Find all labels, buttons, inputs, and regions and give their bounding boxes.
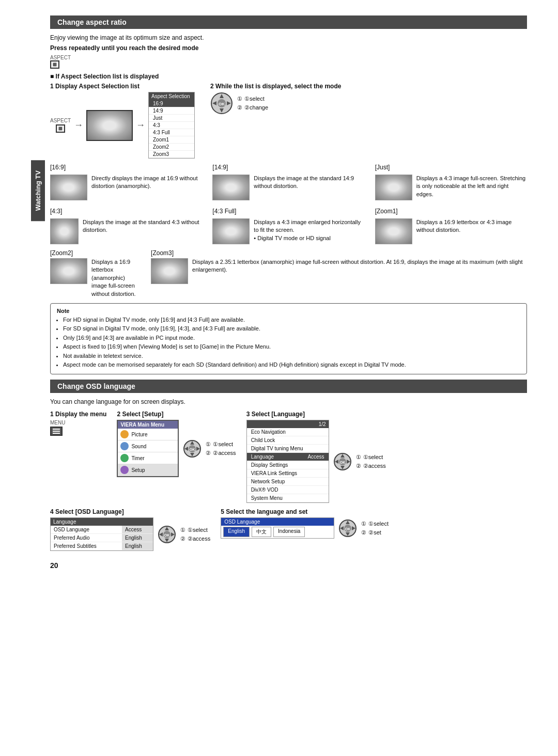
thumb-flower-zoom1 [376, 219, 412, 244]
thumb-flower-43 [51, 219, 78, 244]
osd-lang-table-header: Language [51, 518, 153, 526]
thumb-zoom1 [375, 218, 412, 244]
aspect-btn-label: ASPECT [50, 118, 71, 123]
step2-nav: OK ① ①select ② ②access [183, 439, 236, 458]
osd-step2-label: 2 Select [Setup] [117, 411, 236, 418]
osd-lang-val-2: English [122, 534, 153, 542]
mode-content-43: Displays the image at the standard 4:3 w… [50, 218, 202, 244]
select-label: ① ①select [237, 96, 268, 102]
blacksquare-icon: ■ [50, 73, 56, 80]
circle2-step4: ② [180, 536, 185, 542]
zoom3-header: [Zoom3] [151, 249, 527, 257]
page-wrapper: Watching TV Change aspect ratio Enjoy vi… [31, 15, 527, 570]
osd-lang-label-2: Preferred Audio [51, 534, 122, 542]
step4-nav: OK ① ①select ② ②access [158, 525, 210, 544]
step5-nav: OK ① ①select ② ②set [338, 519, 389, 538]
circle1-step4: ① [180, 527, 185, 533]
mode-item-43full: [4:3 Full] Displays a 4:3 image enlarged… [212, 208, 364, 244]
step3-select: ① ①select [356, 454, 386, 461]
circle1-step3: ① [356, 454, 361, 461]
svg-text:OK: OK [345, 527, 351, 531]
osd-lang-val-1: Access [122, 526, 153, 533]
step2-label: 2 While the list is displayed, select th… [210, 83, 341, 90]
aspect-menu-item-169: 16:9 [149, 100, 194, 107]
step1: 1 Display Aspect Selection list ASPECT ⊞… [50, 83, 195, 159]
lang-item-system: System Menu [247, 494, 329, 502]
osd-lang-select: OSD Language English 中文 Indonesia [221, 517, 334, 539]
osd-lang-label-1: OSD Language [51, 526, 122, 533]
zoom-row: [Zoom2] Displays a 16:9letterbox (anamor… [50, 249, 527, 298]
menu-btn-label: MENU [50, 420, 106, 426]
nav-labels-step5: ① ①select ② ②set [361, 521, 389, 536]
step2: 2 While the list is displayed, select th… [210, 83, 341, 115]
nav-labels-step2: ① ①select ② ②access [206, 441, 236, 456]
menu-icon [50, 427, 63, 436]
mode-header-43full: [4:3 Full] [212, 208, 364, 215]
osd-lang-options-row: English 中文 Indonesia [221, 526, 334, 538]
note-title: Note [57, 308, 520, 314]
osd-step2-content: VIERA Main Menu Picture Sound Timer [117, 420, 236, 477]
section1-intro: Enjoy viewing the image at its optimum s… [50, 34, 527, 41]
svg-rect-8 [53, 429, 60, 430]
osd-step4: 4 Select [OSD Language] Language OSD Lan… [50, 508, 210, 551]
thumb-flower-zoom3 [151, 259, 188, 284]
osd-lang-select-header: OSD Language [221, 518, 334, 526]
ok-button: OK [210, 92, 233, 115]
circle1-icon: ① [237, 96, 242, 102]
mode-content-zoom1: Displays a 16:9 letterbox or 4:3 image w… [375, 218, 527, 244]
viera-item-timer: Timer [118, 452, 178, 464]
svg-rect-10 [53, 433, 60, 434]
mode-header-43: [4:3] [50, 208, 202, 215]
sound-icon [120, 442, 129, 450]
note-item-6: Aspect mode can be memorised separately … [63, 361, 520, 369]
arrow-right-icon: → [74, 120, 83, 131]
timer-icon [120, 454, 129, 462]
circle1-step2: ① [206, 441, 211, 448]
osd-lang-row-3: Preferred Subtitles English [51, 542, 153, 550]
mode-desc-149: Displays the image at the standard 14:9 … [254, 175, 364, 191]
mode-header-149: [14:9] [212, 164, 364, 171]
note-box: Note For HD signal in Digital TV mode, o… [50, 303, 527, 374]
aspect-label: ASPECT [50, 55, 527, 60]
ok-btn-step4: OK [158, 525, 176, 544]
osd-step1-label: 1 Display the menu [50, 411, 106, 418]
step1-label: 1 Display Aspect Selection list [50, 83, 195, 90]
tv-flower-image [87, 111, 132, 140]
note-item-1: For HD signal in Digital TV mode, only [… [63, 316, 520, 324]
lang-item-viera: VIERA Link Settings [247, 469, 329, 478]
section2-header: Change OSD language [50, 380, 527, 393]
note-item-5: Not available in teletext service. [63, 352, 520, 360]
step4-access: ② ②access [180, 536, 210, 542]
osd-step4-content: Language OSD Language Access Preferred A… [50, 517, 210, 551]
note-item-4: Aspect is fixed to [16:9] when [Viewing … [63, 343, 520, 351]
svg-text:OK: OK [219, 102, 225, 106]
aspect-menu-item-zoom2: Zoom2 [149, 144, 194, 151]
step2-access: ② ②access [206, 450, 236, 456]
mode-item-just: [Just] Displays a 4:3 image full-screen.… [375, 164, 527, 200]
note-item-2: For SD signal in Digital TV mode, only [… [63, 325, 520, 333]
section1-header: Change aspect ratio [50, 15, 527, 29]
zoom2-item: [Zoom2] Displays a 16:9letterbox (anamor… [50, 249, 141, 298]
thumb-zoom2 [50, 258, 87, 284]
thumb-flower-43full [213, 219, 249, 244]
mode-content-43full: Displays a 4:3 image enlarged horizontal… [212, 218, 364, 244]
thumb-zoom3 [151, 258, 188, 284]
osd-step2: 2 Select [Setup] VIERA Main Menu Picture… [117, 411, 236, 477]
aspect-menu-item-zoom1: Zoom1 [149, 136, 194, 144]
note-list: For HD signal in Digital TV mode, only [… [57, 316, 520, 369]
osd-steps-row1: 1 Display the menu MENU 2 Select [Setup] [50, 411, 527, 503]
thumb-just [375, 175, 412, 200]
svg-text:OK: OK [164, 533, 170, 537]
aspect-screen-mockup: ASPECT ⊞ → → Aspect Selection 16:9 [50, 92, 195, 159]
aspect-menu-header: Aspect Selection [149, 92, 194, 100]
osd-step5-label: 5 Select the language and set [221, 508, 389, 515]
main-content: Change aspect ratio Enjoy viewing the im… [45, 15, 527, 570]
aspect-btn-icon: ⊞ [56, 124, 65, 133]
step4-select: ① ①select [180, 527, 210, 533]
mode-item-149: [14:9] Displays the image at the standar… [212, 164, 364, 200]
steps-row: 1 Display Aspect Selection list ASPECT ⊞… [50, 83, 527, 159]
zoom3-desc: Displays a 2.35:1 letterbox (anamorphic)… [192, 258, 527, 274]
viera-menu: VIERA Main Menu Picture Sound Timer [117, 420, 179, 477]
arrow-right2-icon: → [136, 120, 145, 131]
step3-access: ② ②access [356, 463, 386, 469]
